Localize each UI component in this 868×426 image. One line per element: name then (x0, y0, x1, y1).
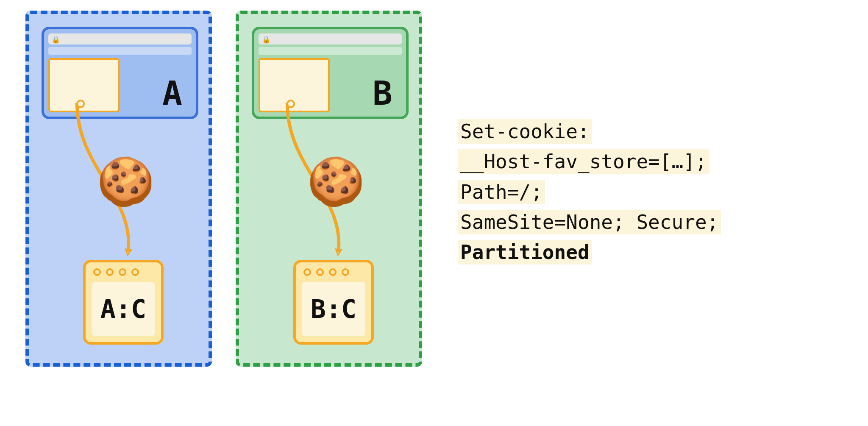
lock-icon: 🔒 (52, 36, 60, 44)
partition-a: 🔒 A 🍪 A:C (25, 11, 212, 367)
lock-icon: 🔒 (262, 36, 270, 44)
jar-label-a: A:C (92, 282, 155, 336)
header-line-1: Set-cookie: (458, 119, 592, 144)
header-line-2: __Host-fav_store=[…]; (458, 149, 709, 174)
header-line-5-partitioned: Partitioned (458, 240, 592, 265)
cookie-jar-a: A:C (83, 260, 164, 345)
browser-window-a: 🔒 A (42, 27, 198, 119)
site-label-b: B (373, 74, 392, 112)
browser-window-b: 🔒 B (252, 27, 409, 119)
address-bar: 🔒 (259, 33, 402, 45)
header-line-3: Path=/; (458, 180, 545, 204)
jar-label-b: B:C (302, 282, 365, 336)
tab-strip (259, 47, 402, 55)
iframe-connector-dot (287, 100, 295, 108)
site-label-a: A (162, 74, 182, 112)
cookie-jar-b: B:C (293, 260, 374, 345)
set-cookie-header: Set-cookie: __Host-fav_store=[…]; Path=/… (458, 117, 721, 267)
cookie-icon: 🍪 (97, 158, 155, 205)
iframe-connector-dot (76, 100, 85, 108)
tab-strip (48, 47, 192, 55)
diagram-canvas: 🔒 A 🍪 A:C 🔒 B (0, 0, 868, 426)
cookie-icon: 🍪 (307, 158, 365, 205)
partition-b: 🔒 B 🍪 B:C (236, 11, 422, 367)
address-bar: 🔒 (48, 33, 192, 45)
header-line-4: SameSite=None; Secure; (458, 210, 721, 234)
